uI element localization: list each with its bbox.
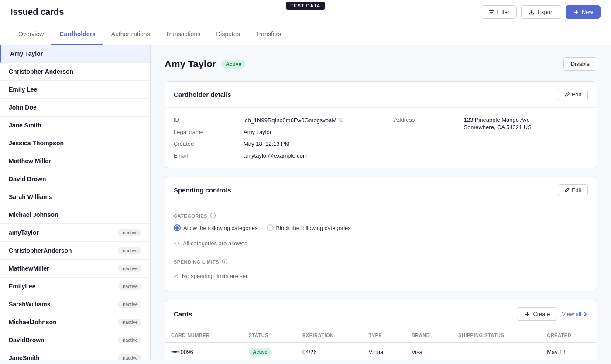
sidebar-item-michaeljohnson[interactable]: MichaelJohnsonInactive [0, 313, 150, 331]
tag-icon: 🏷 [174, 240, 179, 247]
sidebar-item-janesmith[interactable]: JaneSmithInactive [0, 349, 150, 360]
tabs-bar: Overview Cardholders Authorizations Tran… [0, 24, 611, 45]
col-shipping-status: SHIPPING STATUS [452, 328, 541, 343]
sidebar-item-david-brown[interactable]: David Brown [0, 170, 150, 188]
tab-authorizations[interactable]: Authorizations [103, 24, 158, 45]
content-title-area: Amy Taylor Active [165, 58, 246, 70]
block-categories-option[interactable]: Block the following categories [267, 224, 351, 231]
sidebar-item-name: Christopher Anderson [9, 68, 73, 75]
sidebar-item-name: SarahWilliams [9, 301, 51, 308]
legal-name-label: Legal name [174, 129, 235, 135]
sidebar-item-name: Michael Johnson [9, 211, 58, 218]
categories-label: CATEGORIES [174, 213, 207, 219]
type-cell: Virtual [362, 343, 405, 361]
sidebar-item-name: Amy Taylor [10, 50, 43, 57]
sidebar-item-michael-johnson[interactable]: Michael Johnson [0, 206, 150, 224]
col-status: STATUS [243, 328, 296, 343]
spending-limits-info-icon: ⓘ [222, 258, 228, 266]
table-row[interactable]: •••• 0096 Active 04/26 Virtual Visa May … [165, 343, 597, 361]
test-data-banner: TEST DATA [286, 2, 325, 10]
view-all-link[interactable]: View all [562, 311, 588, 317]
sidebar-item-sarah-williams[interactable]: Sarah Williams [0, 188, 150, 206]
cardholder-details-title: Cardholder details [174, 91, 231, 98]
expiration-cell: 04/26 [296, 343, 362, 361]
filter-button[interactable]: Filter [481, 5, 517, 19]
sidebar-item-name: Jane Smith [9, 122, 41, 129]
sidebar-item-name: DavidBrown [9, 337, 45, 343]
sidebar-item-emilylee[interactable]: EmilyLeeInactive [0, 278, 150, 295]
tab-transfers[interactable]: Transfers [248, 24, 289, 45]
create-card-button[interactable]: Create [517, 307, 557, 321]
col-card-number: CARD NUMBER [165, 328, 243, 343]
shipping-status-cell [452, 343, 541, 361]
main-layout: Amy TaylorChristopher AndersonEmily LeeJ… [0, 45, 611, 360]
created-label: Created [174, 141, 235, 147]
tab-disputes[interactable]: Disputes [208, 24, 247, 45]
inactive-badge: Inactive [118, 337, 141, 343]
categories-info-icon: ⓘ [210, 212, 216, 220]
email-label: Email [174, 152, 235, 159]
no-spending-limits-msg: ⊘ No spending limits are set [174, 270, 588, 282]
tab-overview[interactable]: Overview [10, 24, 51, 45]
inactive-badge: Inactive [118, 229, 141, 236]
cardholder-details-body: ID ich_1N99RqIno0m6Fw0GmogsvoaM ⧉ Legal … [165, 108, 597, 168]
sidebar: Amy TaylorChristopher AndersonEmily LeeJ… [0, 45, 151, 360]
sidebar-item-name: David Brown [9, 175, 46, 182]
sidebar-item-matthew-miller[interactable]: Matthew Miller [0, 152, 150, 170]
cardholder-details-section: Cardholder details Edit ID ich_1N99RqIno… [165, 81, 597, 168]
disable-button[interactable]: Disable [563, 57, 597, 71]
cards-actions: Create View all [517, 307, 588, 321]
col-created: CREATED [541, 328, 597, 343]
address-value: 123 Pineapple Mango Ave Somewhere, CA 54… [464, 117, 588, 159]
spending-limits-label: SPENDING LIMITS [174, 259, 219, 264]
address-label: Address [394, 117, 455, 159]
id-value: ich_1N99RqIno0m6Fw0GmogsvoaM ⧉ [244, 117, 368, 124]
spending-controls-section: Spending controls Edit CATEGORIES ⓘ Allo… [165, 177, 597, 291]
cards-table: CARD NUMBER STATUS EXPIRATION TYPE BRAND… [165, 328, 597, 360]
allow-categories-option[interactable]: Allow the following categories [174, 224, 258, 231]
tab-cardholders[interactable]: Cardholders [51, 24, 103, 45]
sidebar-item-jessica-thompson[interactable]: Jessica Thompson [0, 134, 150, 152]
inactive-badge: Inactive [118, 283, 141, 290]
sidebar-item-name: Emily Lee [9, 86, 37, 93]
sidebar-item-emily-lee[interactable]: Emily Lee [0, 81, 150, 99]
sidebar-item-matthewmiller[interactable]: MatthewMillerInactive [0, 260, 150, 278]
brand-cell: Visa [405, 343, 452, 361]
tab-transactions[interactable]: Transactions [158, 24, 209, 45]
no-limits-icon: ⊘ [174, 273, 178, 279]
cardholder-details-edit-button[interactable]: Edit [558, 89, 588, 100]
inactive-badge: Inactive [118, 319, 141, 326]
sidebar-item-name: MichaelJohnson [9, 319, 57, 326]
sidebar-item-christopheranderson[interactable]: ChristopherAndersonInactive [0, 242, 150, 260]
spending-controls-edit-button[interactable]: Edit [558, 184, 588, 196]
cardholder-details-header: Cardholder details Edit [165, 82, 597, 108]
sidebar-item-sarahwilliams[interactable]: SarahWilliamsInactive [0, 295, 150, 313]
spending-controls-header: Spending controls Edit [165, 177, 597, 203]
app-title: Issued cards [10, 7, 64, 17]
copy-id-icon[interactable]: ⧉ [339, 117, 343, 124]
sidebar-item-davidbrown[interactable]: DavidBrownInactive [0, 331, 150, 349]
created-cell: May 18 [541, 343, 597, 361]
inactive-badge: Inactive [118, 247, 141, 254]
all-categories-allowed-msg: 🏷 All categories are allowed [174, 237, 588, 249]
cardholder-name: Amy Taylor [165, 58, 216, 70]
sidebar-item-name: EmilyLee [9, 283, 35, 290]
sidebar-item-name: Matthew Miller [9, 158, 51, 165]
content-area: Amy Taylor Active Disable Cardholder det… [151, 45, 611, 360]
inactive-badge: Inactive [118, 265, 141, 272]
sidebar-item-amy-taylor[interactable]: Amy Taylor [0, 45, 150, 63]
new-button[interactable]: New [566, 5, 601, 19]
sidebar-item-john-doe[interactable]: John Doe [0, 99, 150, 117]
spending-controls-title: Spending controls [174, 186, 231, 194]
sidebar-item-amytaylor[interactable]: amyTaylorInactive [0, 224, 150, 242]
export-button[interactable]: Export [521, 5, 561, 19]
cards-table-wrapper: CARD NUMBER STATUS EXPIRATION TYPE BRAND… [165, 328, 597, 360]
content-header: Amy Taylor Active Disable [165, 57, 597, 71]
table-header-row: CARD NUMBER STATUS EXPIRATION TYPE BRAND… [165, 328, 597, 343]
active-badge: Active [221, 60, 246, 69]
sidebar-item-name: MatthewMiller [9, 265, 49, 272]
sidebar-item-christopher-anderson[interactable]: Christopher Anderson [0, 63, 150, 81]
sidebar-item-name: amyTaylor [9, 229, 39, 236]
sidebar-item-jane-smith[interactable]: Jane Smith [0, 117, 150, 134]
created-value: May 18, 12:13 PM [244, 141, 368, 147]
